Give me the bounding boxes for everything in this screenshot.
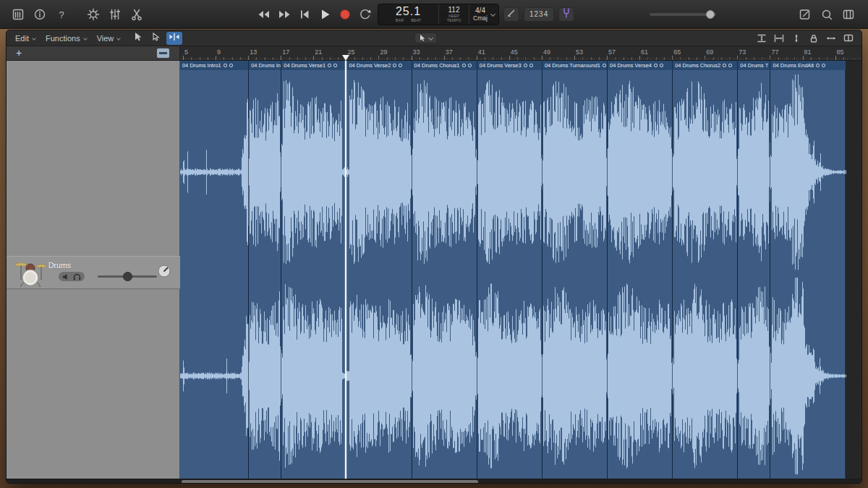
ruler-tick [412,56,412,60]
play-button[interactable] [315,7,334,22]
region-title-bar[interactable]: 04 Drums Verse1 [281,61,346,70]
solo-button[interactable] [73,270,81,283]
record-button[interactable] [336,7,354,22]
ruler-bar-label: 9 [217,48,221,56]
lcd-time-signature: 4/4 [475,7,485,14]
catch-playhead-icon [169,32,180,44]
editors-button[interactable] [127,7,146,22]
ruler-tick [362,57,363,60]
region-name-label: 04 Drums Chorus1 [414,62,460,69]
master-volume-thumb[interactable] [706,10,715,19]
edit-menu[interactable]: Edit [15,34,35,43]
loop-badge-icon [654,64,658,67]
ruler-tick [624,57,624,60]
ruler-bar-label: 81 [804,48,812,56]
region-title-bar[interactable]: 04 Drums Intro1 [180,61,248,70]
snap-mode-dropdown[interactable] [414,33,437,43]
master-volume-slider[interactable] [650,13,716,16]
ruler-bar-label: 69 [706,48,713,56]
add-track-button[interactable]: + [12,47,25,59]
inspector-icon [33,7,47,22]
bar-ruler[interactable]: 5913172125293337414549535761656973778185 [180,46,861,60]
catch-playhead-button[interactable] [166,32,182,45]
lcd-display[interactable]: 25.1 BAR BEAT 112 KEEP TEMPO 4/4 Cmaj [378,4,499,25]
ruler-bar-label: 25 [347,48,354,56]
lcd-position-section[interactable]: 25.1 BAR BEAT [378,4,439,25]
ruler-tick [746,57,746,60]
inspector-button[interactable] [30,7,49,22]
ruler-bar-label: 57 [608,48,616,56]
cycle-button[interactable] [356,7,375,22]
mute-button[interactable] [62,270,69,283]
lcd-menu-chevron[interactable] [491,4,498,25]
mixer-button[interactable] [106,7,124,22]
pointer-tool-button[interactable] [130,32,146,45]
ruler-tick [338,57,339,60]
functions-menu-label: Functions [46,34,80,43]
quick-help-button[interactable]: ? [52,7,71,22]
ruler-tick [191,57,192,60]
loop-badge-icon [816,64,820,67]
loop-badge-icon [462,64,466,67]
pencil-button[interactable] [503,7,519,22]
lcd-key-section[interactable]: 4/4 Cmaj [469,4,491,25]
timeline-area[interactable]: 04 Drums Intro104 Drums In04 Drums Verse… [180,61,861,479]
panel-split-button[interactable] [841,32,856,44]
go-to-beginning-button[interactable] [295,7,314,22]
tuning-fork-button[interactable] [558,7,574,22]
settings-button[interactable] [84,7,103,22]
count-in-button[interactable]: 1234 [524,7,554,22]
settings-icon [86,7,101,22]
track-volume-thumb[interactable] [123,272,132,281]
region-title-bar[interactable]: 04 Drums T [738,61,770,70]
track-volume-slider[interactable] [98,275,157,278]
ruler-tick [208,57,208,60]
vertical-zoom-button[interactable] [788,32,804,44]
region-title-bar[interactable]: 04 Drums EndAlt [770,61,846,70]
view-menu[interactable]: View [97,34,121,43]
horizontal-scrollbar[interactable] [7,479,861,484]
command-tool-button[interactable] [148,32,164,45]
track-header-drums[interactable]: Drums [7,256,180,289]
ruler-tick [444,56,445,60]
main-toolbar: ? 25.1 BAR BEAT 112 KEEP [0,0,868,29]
library-button[interactable] [9,7,27,22]
ruler-tick [305,57,306,60]
desktop: ? 25.1 BAR BEAT 112 KEEP [0,0,868,488]
ruler-tick [778,57,779,60]
fit-zoom-button[interactable] [771,32,786,44]
lock-button[interactable] [806,32,821,44]
ruler-tick [721,57,722,60]
region-title-bar[interactable]: 04 Drums Chorus2 [673,61,737,70]
functions-menu[interactable]: Functions [46,34,87,43]
scrollbar-thumb[interactable] [182,480,478,484]
ruler-bar-label: 45 [511,48,518,56]
region-name-label: 04 Drums Intro1 [182,62,221,69]
ruler-tick [827,57,827,60]
apple-loops-button[interactable] [817,7,836,22]
track-header-config-button[interactable] [157,48,169,58]
region-title-bar[interactable]: 04 Drums In [249,61,281,70]
ruler-bar-label: 85 [837,48,844,56]
forward-button[interactable] [275,7,294,22]
ruler-bar-label: 29 [380,48,387,56]
auto-zoom-button[interactable] [754,32,769,44]
region-title-bar[interactable]: 04 Drums Verse4 [608,61,672,70]
track-pan-knob[interactable] [158,265,171,281]
region-title-bar[interactable]: 04 Drums Verse2 [346,61,411,70]
lcd-tempo-section[interactable]: 112 KEEP TEMPO [439,4,469,25]
ruler-tick [256,57,257,60]
forward-icon [276,7,292,22]
loop-badge-icon [728,64,732,67]
ruler-tick [501,57,502,60]
horizontal-zoom-button[interactable] [823,32,838,44]
track-name: Drums [48,261,71,270]
region-title-bar[interactable]: 04 Drums Chorus1 [412,61,477,70]
rewind-button[interactable] [255,7,273,22]
region-title-bar[interactable]: 04 Drums Turnaround1 [542,61,607,70]
region-title-bar[interactable]: 04 Drums Verse3 [477,61,542,70]
notepads-button[interactable] [796,7,814,22]
quick-help-icon: ? [54,7,69,22]
region-name-label: 04 Drums Verse4 [610,62,652,69]
media-browser-button[interactable] [839,7,858,22]
